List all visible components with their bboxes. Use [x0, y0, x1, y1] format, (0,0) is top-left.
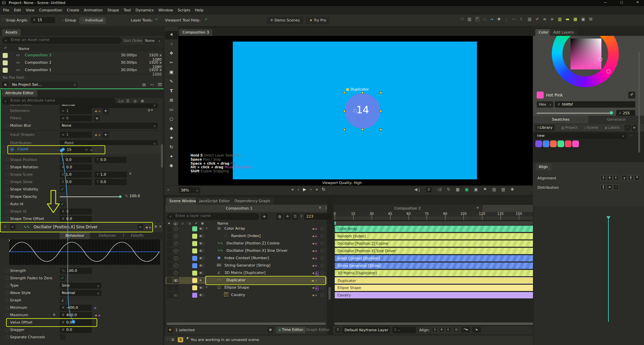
grid-view-icon[interactable]: ∷	[625, 125, 631, 131]
strength-fades-toggle[interactable]	[5, 276, 9, 280]
align-end-icon[interactable]: ╡	[445, 327, 451, 333]
separate-channels-toggle[interactable]	[5, 335, 9, 339]
attr-scrollbar[interactable]	[161, 144, 163, 168]
in-handle-icon[interactable]: ◀	[312, 264, 314, 268]
transform-tool-icon[interactable]: ⊞	[170, 98, 173, 103]
layer-row-cavalry[interactable]: T Cavalry ◀ ▶	[165, 292, 327, 299]
distribute-stack-icon[interactable]: ⫶	[613, 184, 619, 190]
direct-select-tool-icon[interactable]: ➢	[168, 41, 174, 46]
next-arrow-icon[interactable]: ▶	[95, 306, 97, 310]
menu-create[interactable]: Create	[65, 7, 81, 14]
motion-blur-select[interactable]: None∨	[60, 123, 158, 129]
layer-toggle-pill[interactable]	[199, 249, 204, 252]
hue-handle[interactable]	[606, 69, 610, 73]
layer-toggle-pill[interactable]	[199, 242, 204, 245]
stagger-keys-icon[interactable]: ⫶▸	[472, 327, 481, 333]
tab-scene-window[interactable]: Scene Window	[166, 197, 200, 205]
behaviour-settings-icon[interactable]: ⊐-	[138, 224, 143, 230]
menu-dynamics[interactable]: Dynamics	[134, 7, 155, 14]
stagger-field[interactable]: #0.0	[60, 327, 92, 333]
swatch-mint[interactable]	[557, 140, 564, 147]
tab-timeline-composition-2[interactable]: Composition 2	[334, 205, 481, 212]
toolbar-align-left-icon[interactable]: ≡	[543, 17, 546, 21]
layer-name[interactable]: Cavalry	[231, 293, 245, 297]
deformer-extra-icons[interactable]: ≣⚘	[148, 108, 153, 112]
enabled-check-icon[interactable]: ✓	[10, 224, 15, 230]
layer-toggle-pill[interactable]	[199, 279, 204, 282]
attribute-search-input[interactable]	[10, 98, 111, 103]
scene-vertical-scrollbar[interactable]	[328, 287, 331, 300]
shape-id-field[interactable]: #0	[60, 209, 92, 215]
next-arrow-icon[interactable]: ▶	[149, 226, 152, 229]
library-button[interactable]: ⫴ Library	[535, 125, 555, 131]
asset-row[interactable]: ▭ Composition 1 30.00fps 1920 x 1080	[0, 67, 164, 74]
shape-opacity-value[interactable]: 100.0	[129, 194, 140, 198]
tab-javascript-editor[interactable]: JavaScript Editor	[196, 197, 233, 205]
display-icon[interactable]: ▭	[150, 82, 154, 87]
oscillator-header[interactable]: ∨ ✓ ∿∿ Oscillator [Position.X] Sine Driv…	[1, 223, 163, 232]
blade-tool-icon[interactable]: ✂	[170, 60, 173, 65]
add-deformer-button[interactable]: +	[103, 108, 109, 114]
add-filter-button[interactable]: +	[94, 115, 100, 121]
layer-color-chip[interactable]	[192, 234, 197, 239]
select-tool-icon[interactable]: ➤	[168, 32, 174, 37]
refresh-icon[interactable]: ↻	[447, 187, 450, 192]
shape-skew-x-field[interactable]: X0.0	[60, 179, 92, 185]
layer-toggle-pill[interactable]	[199, 293, 204, 297]
scene-horizontal-scrollbar[interactable]	[167, 323, 326, 325]
expand-chevron-icon[interactable]: ∨	[206, 227, 208, 230]
out-handle-icon[interactable]: ▶	[315, 242, 317, 245]
pencil-tool-icon[interactable]: ✎	[170, 79, 173, 84]
toolbar-align-right-icon[interactable]: ≡	[550, 17, 554, 21]
layer-row-duplicator[interactable]: ∷∷ Duplicator ◀ ▶	[165, 277, 327, 284]
next-frame-icon[interactable]: ›	[310, 187, 312, 192]
panel-toggle-icon[interactable]: ▣	[268, 327, 273, 333]
minimize-button[interactable]: —	[600, 0, 610, 4]
layer-row-ellipse[interactable]: ∨ ▢ Ellipse Shape ◀ ▶	[165, 284, 327, 291]
next-arrow-icon[interactable]: ▶	[91, 149, 93, 152]
stagger-toggle[interactable]	[5, 328, 9, 332]
layer-name[interactable]: Random [Index]	[231, 234, 261, 238]
align-v-bottom-icon[interactable]: ╨	[634, 175, 640, 181]
layer-row-string-generator[interactable]: ✓ abc String Generator [String] ◀ ▶	[165, 262, 327, 269]
arc-tool-icon[interactable]: ↻	[170, 145, 173, 150]
layer-color-chip[interactable]	[192, 263, 197, 268]
auto-id-toggle[interactable]	[5, 202, 9, 206]
alpha-slider[interactable]	[537, 113, 612, 114]
maximum-field[interactable]: #400.0	[60, 312, 92, 318]
in-handle-icon[interactable]: ◀	[312, 257, 314, 260]
solo-toggle[interactable]	[18, 225, 22, 229]
frame-range-icon[interactable]: ⊡	[453, 327, 459, 333]
layer-color-chip[interactable]	[192, 248, 197, 253]
separate-channels-checkbox[interactable]	[60, 334, 65, 340]
toolbar-dots-icon[interactable]: ∴	[483, 17, 486, 21]
tab-attribute-editor[interactable]: Attribute Editor	[2, 90, 37, 97]
tab-assets[interactable]: Assets	[2, 29, 21, 36]
layer-row-oscillator-x[interactable]: ✓ ∿∿ Oscillator [Position.X] Sine Driver…	[165, 247, 327, 254]
select-move-icon[interactable]: ✛	[284, 213, 291, 220]
close-button[interactable]: ✕	[633, 0, 643, 4]
footer-frame-field[interactable]: F-	[392, 327, 416, 333]
shape-id-toggle[interactable]	[5, 210, 9, 213]
strength-toggle[interactable]	[5, 269, 9, 273]
asset-color-chip[interactable]	[3, 68, 8, 73]
files-icon[interactable]: ▤	[492, 187, 496, 192]
enabled-check-icon[interactable]: ✓	[174, 227, 178, 231]
wave-style-toggle[interactable]	[5, 291, 9, 295]
loop-circle-icon[interactable]	[321, 293, 324, 297]
add-layer-button[interactable]: +	[261, 213, 268, 220]
expand-tools-icon[interactable]: »	[167, 187, 169, 192]
strength-field[interactable]: %100.0	[60, 268, 92, 274]
target-icon[interactable]: ◎	[133, 99, 137, 103]
layer-name[interactable]: Oscillator [Position.X] Sine Driver	[226, 248, 287, 253]
shape-scale-toggle[interactable]	[5, 173, 9, 176]
next-arrow-icon[interactable]: ▶	[99, 314, 101, 317]
motion-blur-toggle[interactable]	[5, 124, 9, 127]
layer-toggle-pill[interactable]	[199, 234, 204, 238]
loop-circle-icon[interactable]	[321, 264, 324, 267]
grid-overlay-icon[interactable]: ▦	[456, 187, 460, 192]
shape-time-offset-toggle[interactable]	[5, 217, 9, 221]
in-handle-icon[interactable]: ◀	[311, 279, 314, 282]
out-handle-icon[interactable]: ▶	[315, 264, 317, 268]
star-tool-icon[interactable]: ★	[169, 135, 173, 140]
